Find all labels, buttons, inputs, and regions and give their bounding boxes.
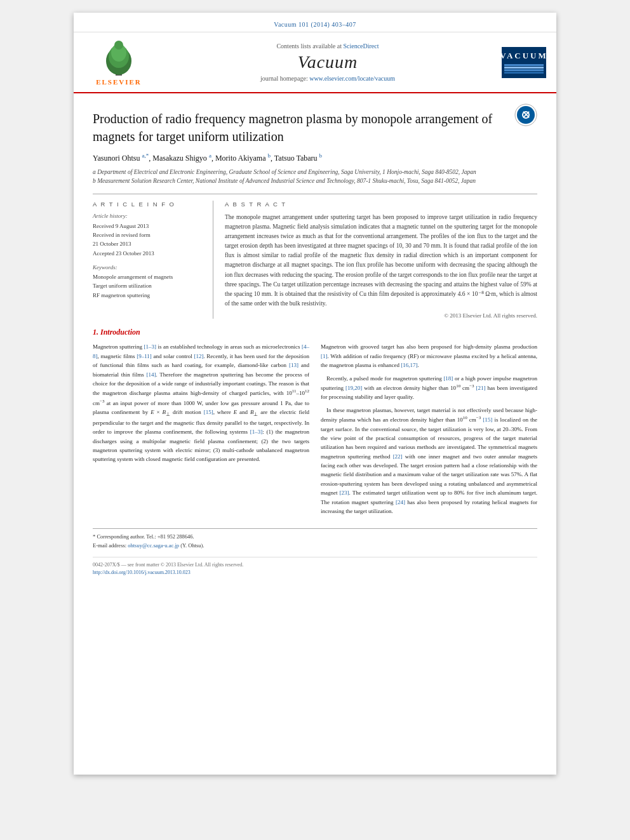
intro-para1: Magnetron sputtering [1–3] is an establi… (93, 342, 309, 463)
introduction-section: 1. Introduction Magnetron sputtering [1–… (93, 328, 537, 519)
keywords-label: Keywords: (93, 264, 204, 270)
received-date: Received 9 August 2013 (93, 222, 204, 230)
page: Vacuum 101 (2014) 403–407 ELSEVIER Conte… (74, 13, 556, 775)
journal-homepage: journal homepage: www.elsevier.com/locat… (161, 75, 494, 82)
abstract-paragraph: The monopole magnet arrangement under sp… (225, 213, 537, 309)
vacuum-journal-box: VACUUM (502, 47, 546, 78)
journal-center: Contents lists available at ScienceDirec… (161, 43, 494, 82)
elsevier-logo: ELSEVIER (84, 39, 154, 86)
journal-homepage-link[interactable]: www.elsevier.com/locate/vacuum (309, 75, 395, 82)
keywords-list: Monopole arrangement of magnets Target u… (93, 272, 204, 300)
keyword-1: Monopole arrangement of magnets (93, 272, 204, 281)
history-dates: Received 9 August 2013 Received in revis… (93, 222, 204, 258)
abstract-heading: A B S T R A C T (225, 201, 537, 208)
intro-body-columns: Magnetron sputtering [1–3] is an establi… (93, 342, 537, 519)
revised-label: Received in revised form (93, 230, 204, 239)
journal-reference: Vacuum 101 (2014) 403–407 (274, 21, 356, 28)
bottom-bar: 0042-207X/$ — see front matter © 2013 El… (93, 557, 537, 577)
top-bar: Vacuum 101 (2014) 403–407 (74, 13, 556, 32)
corresponding-author-note: * Corresponding author. Tel.: +81 952 28… (93, 533, 537, 542)
keyword-2: Target uniform utilization (93, 281, 204, 290)
section-title-intro: 1. Introduction (93, 328, 537, 337)
author-tabaru: Tatsuo Tabaru b (274, 154, 322, 163)
email-link[interactable]: ohtsuy@cc.saga-u.ac.jp (128, 542, 179, 549)
main-content: ✕ Production of radio frequency magnetro… (74, 93, 556, 589)
history-label: Article history: (93, 213, 204, 219)
article-info-heading: A R T I C L E I N F O (93, 201, 204, 208)
intro-right-para3: In these magnetron plasmas, however, tar… (321, 406, 537, 516)
article-title: Production of radio frequency magnetron … (93, 110, 537, 145)
email-note: E-mail address: ohtsuy@cc.saga-u.ac.jp (… (93, 542, 537, 550)
email-author: (Y. Ohtsu). (180, 542, 204, 549)
intro-right-text: Magnetron with grooved target has also b… (321, 342, 537, 516)
article-info-column: A R T I C L E I N F O Article history: R… (93, 201, 213, 319)
contents-line: Contents lists available at ScienceDirec… (161, 43, 494, 50)
affiliation-a: a Department of Electrical and Electroni… (93, 168, 537, 177)
intro-left-text: Magnetron sputtering [1–3] is an establi… (93, 342, 309, 463)
section-title-text: Introduction (100, 328, 140, 337)
issn-line: 0042-207X/$ — see front matter © 2013 El… (93, 561, 537, 569)
keyword-3: RF magnetron sputtering (93, 291, 204, 300)
affiliation-b: b Measurement Solution Research Center, … (93, 177, 537, 185)
author-ohtsu: Yasunori Ohtsu a,*, (93, 154, 151, 163)
journal-title: Vacuum (161, 52, 494, 72)
elsevier-tree-icon (97, 39, 141, 77)
doi-link[interactable]: http://dx.doi.org/10.1016/j.vacuum.2013.… (93, 570, 191, 575)
corresponding-note: * Corresponding author. Tel.: +81 952 28… (93, 533, 194, 540)
intro-right-para2: Recently, a pulsed mode for magnetron sp… (321, 374, 537, 402)
svg-point-4 (114, 41, 123, 50)
abstract-body: The monopole magnet arrangement under sp… (225, 213, 537, 309)
author-shigyo: Masakazu Shigyo a, (152, 154, 213, 163)
crossmark-icon: ✕ (514, 103, 537, 126)
sciencedirect-link[interactable]: ScienceDirect (343, 43, 379, 50)
intro-right-para1: Magnetron with grooved target has also b… (321, 342, 537, 370)
author-akiyama: Morito Akiyama b, (215, 154, 272, 163)
abstract-column: A B S T R A C T The monopole magnet arra… (225, 201, 537, 319)
intro-right-col: Magnetron with grooved target has also b… (321, 342, 537, 519)
copyright-line: © 2013 Elsevier Ltd. All rights reserved… (225, 312, 537, 319)
footnote-area: * Corresponding author. Tel.: +81 952 28… (93, 528, 537, 550)
authors-line: Yasunori Ohtsu a,*, Masakazu Shigyo a, M… (93, 152, 537, 164)
intro-left-col: Magnetron sputtering [1–3] is an establi… (93, 342, 309, 519)
elsevier-brand-label: ELSEVIER (96, 78, 142, 86)
revised-date: 21 October 2013 (93, 239, 204, 248)
info-abstract-section: A R T I C L E I N F O Article history: R… (93, 194, 537, 319)
doi-line: http://dx.doi.org/10.1016/j.vacuum.2013.… (93, 569, 537, 577)
journal-header: ELSEVIER Contents lists available at Sci… (74, 32, 556, 93)
email-label: E-mail address: (93, 542, 126, 549)
accepted-date: Accepted 23 October 2013 (93, 249, 204, 258)
affiliations: a Department of Electrical and Electroni… (93, 168, 537, 186)
